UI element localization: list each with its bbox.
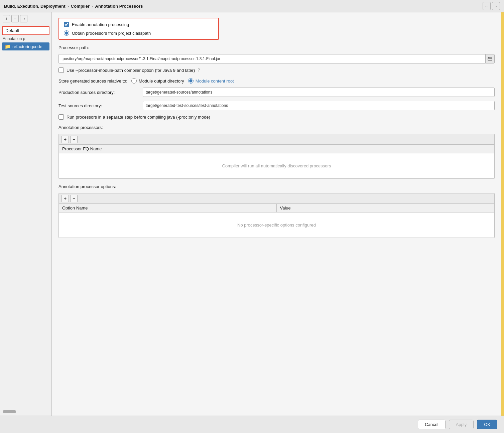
help-icon: ? bbox=[198, 68, 200, 73]
sidebar-remove-button[interactable]: − bbox=[11, 15, 19, 22]
annotation-options-header: Annotation processor options: bbox=[58, 184, 495, 189]
options-table-toolbar: + − bbox=[59, 193, 494, 204]
options-table-headers: Option Name Value bbox=[59, 204, 494, 212]
module-content-label: Module content root bbox=[196, 79, 234, 84]
breadcrumb-part3: Annotation Processors bbox=[95, 4, 143, 9]
options-column-headers: Option Name Value bbox=[59, 204, 494, 212]
enable-annotation-checkbox[interactable] bbox=[64, 22, 69, 27]
production-sources-row: Production sources directory: bbox=[58, 88, 495, 97]
store-sources-label: Store generated sources relative to: bbox=[58, 79, 127, 84]
sidebar-arrow-button[interactable]: → bbox=[20, 15, 27, 22]
processor-fq-name-header: Processor FQ Name bbox=[59, 145, 494, 153]
obtain-processors-label: Obtain processors from project classpath bbox=[72, 31, 151, 36]
processors-remove-button[interactable]: − bbox=[70, 136, 78, 143]
scroll-thumb bbox=[3, 410, 16, 413]
highlighted-section: Enable annotation processing Obtain proc… bbox=[58, 18, 219, 40]
enable-annotation-label: Enable annotation processing bbox=[72, 22, 129, 27]
obtain-processors-radio[interactable] bbox=[64, 30, 69, 36]
breadcrumb-bar: Build, Execution, Deployment › Compiler … bbox=[0, 0, 504, 12]
processor-path-section: Processor path: bbox=[58, 45, 495, 50]
ok-button[interactable]: OK bbox=[477, 420, 497, 429]
enable-annotation-row: Enable annotation processing bbox=[64, 22, 214, 27]
module-output-radio[interactable] bbox=[131, 78, 137, 84]
processors-add-button[interactable]: + bbox=[61, 136, 69, 143]
breadcrumb-part2: Compiler bbox=[71, 4, 90, 9]
cancel-button[interactable]: Cancel bbox=[418, 420, 445, 429]
processors-empty-message: Compiler will run all automatically disc… bbox=[59, 153, 494, 178]
sidebar-annotation-label: Annotation p bbox=[0, 36, 51, 42]
browse-button[interactable] bbox=[485, 54, 495, 63]
options-empty-message: No processor-specific options configured bbox=[59, 212, 494, 238]
module-path-label: Use --processor-module-path compiler opt… bbox=[67, 68, 195, 73]
module-output-label: Module output directory bbox=[139, 79, 184, 84]
apply-button[interactable]: Apply bbox=[449, 420, 474, 429]
module-content-radio[interactable] bbox=[188, 78, 194, 84]
annotation-processors-table: + − Processor FQ Name Compiler will run … bbox=[58, 134, 495, 179]
obtain-processors-row: Obtain processors from project classpath bbox=[64, 30, 214, 36]
store-sources-row: Store generated sources relative to: Mod… bbox=[58, 78, 495, 84]
breadcrumb-sep2: › bbox=[92, 4, 93, 9]
forward-arrow-button[interactable]: → bbox=[492, 2, 500, 10]
breadcrumb-part1: Build, Execution, Deployment bbox=[4, 4, 65, 9]
production-sources-input[interactable] bbox=[143, 88, 495, 97]
nav-arrows: ← → bbox=[483, 2, 500, 10]
test-sources-label: Test sources directory: bbox=[58, 103, 139, 108]
module-output-option: Module output directory bbox=[131, 78, 184, 84]
sidebar-item-selected-label: refactoringcode bbox=[12, 44, 42, 49]
module-content-option: Module content root bbox=[188, 78, 234, 84]
folder-icon: 📁 bbox=[5, 44, 10, 49]
content-area: Enable annotation processing Obtain proc… bbox=[52, 12, 501, 416]
sidebar-add-button[interactable]: + bbox=[3, 15, 10, 22]
module-path-checkbox[interactable] bbox=[58, 67, 64, 73]
sidebar-toolbar: + − → bbox=[0, 14, 51, 24]
back-arrow-button[interactable]: ← bbox=[483, 2, 491, 10]
browse-icon bbox=[488, 56, 492, 61]
processor-path-input[interactable] bbox=[58, 54, 485, 63]
main-layout: + − → Default Annotation p 📁 refactoring… bbox=[0, 12, 504, 416]
processor-path-input-row bbox=[58, 54, 495, 63]
right-accent-bar bbox=[501, 12, 504, 416]
bottom-bar: Cancel Apply OK bbox=[0, 416, 504, 433]
annotation-processors-header: Annotation processors: bbox=[58, 125, 495, 130]
breadcrumb-sep1: › bbox=[67, 4, 69, 9]
processors-table-toolbar: + − bbox=[59, 134, 494, 145]
test-sources-input[interactable] bbox=[143, 101, 495, 110]
module-path-row: Use --processor-module-path compiler opt… bbox=[58, 67, 495, 73]
sidebar-item-default[interactable]: Default bbox=[2, 26, 49, 35]
test-sources-row: Test sources directory: bbox=[58, 101, 495, 110]
value-col-header: Value bbox=[277, 204, 495, 212]
annotation-options-table: + − Option Name Value No processor-speci… bbox=[58, 193, 495, 238]
run-processors-row: Run processors in a separate step before… bbox=[58, 114, 495, 120]
options-add-button[interactable]: + bbox=[61, 195, 69, 202]
options-remove-button[interactable]: − bbox=[70, 195, 78, 202]
production-sources-label: Production sources directory: bbox=[58, 90, 139, 95]
svg-rect-0 bbox=[488, 57, 492, 60]
option-name-col-header: Option Name bbox=[59, 204, 277, 212]
processor-path-label: Processor path: bbox=[58, 45, 89, 50]
run-processors-label: Run processors in a separate step before… bbox=[67, 115, 210, 120]
sidebar-scroll-indicator bbox=[0, 409, 51, 414]
sidebar-item-refactoringcode[interactable]: 📁 refactoringcode bbox=[2, 42, 49, 50]
sidebar: + − → Default Annotation p 📁 refactoring… bbox=[0, 12, 52, 416]
run-processors-checkbox[interactable] bbox=[58, 114, 64, 120]
